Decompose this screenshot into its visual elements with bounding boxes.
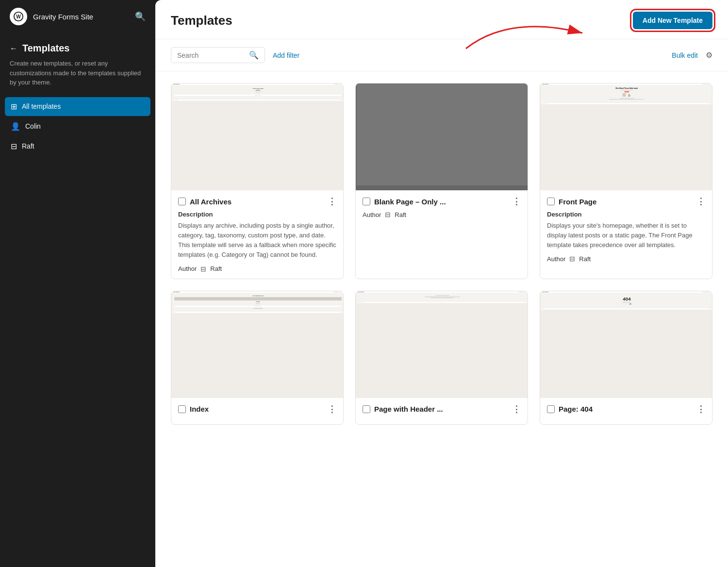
author-row-1: Author ⊟ Raft bbox=[363, 211, 521, 218]
sidebar-description: Create new templates, or reset any custo… bbox=[0, 59, 155, 97]
author-row-2: Author ⊟ Raft bbox=[547, 255, 705, 263]
add-filter-button[interactable]: Add filter bbox=[273, 51, 299, 59]
all-templates-label: All templates bbox=[22, 102, 61, 110]
template-card-front-page: GRAVITY FORMS SITE HomePatternsBlogConta… bbox=[540, 83, 712, 279]
svg-point-3 bbox=[629, 94, 630, 95]
templates-grid: GRAVITY FORMS SITE HomePatternsBlogConta… bbox=[155, 71, 728, 436]
sidebar-header: W Gravity Forms Site 🔍 bbox=[0, 0, 155, 33]
search-box[interactable]: 🔍 bbox=[171, 47, 265, 63]
author-label-2: Author bbox=[547, 255, 565, 263]
template-info-page-with-header: Page with Header ... ⋮ bbox=[356, 398, 528, 424]
sidebar-title: Templates bbox=[22, 43, 69, 54]
sidebar-item-all-templates[interactable]: ⊞ All templates bbox=[5, 97, 150, 116]
main-content: Templates Add New Template 🔍 Add filter … bbox=[155, 0, 728, 567]
template-more-blank-page[interactable]: ⋮ bbox=[512, 196, 521, 207]
template-info-all-archives: All Archives ⋮ Description Displays any … bbox=[171, 190, 343, 279]
wp-logo-icon[interactable]: W bbox=[10, 8, 27, 25]
template-desc-label-2: Description bbox=[547, 211, 705, 218]
template-card-blank-page: Blank Page – Only ... ⋮ Author ⊟ Raft bbox=[355, 83, 528, 279]
template-info-index: Index ⋮ bbox=[171, 398, 343, 424]
bulk-edit-button[interactable]: Bulk edit bbox=[672, 51, 698, 59]
author-row-0: Author ⊟ Raft bbox=[178, 265, 336, 273]
sidebar-item-raft[interactable]: ⊟ Raft bbox=[5, 137, 150, 156]
author-label-1: Author bbox=[363, 211, 381, 218]
search-input[interactable] bbox=[177, 51, 245, 59]
template-name-blank-page: Blank Page – Only ... bbox=[374, 198, 446, 206]
back-button[interactable]: ← bbox=[10, 44, 17, 53]
colin-icon: 👤 bbox=[11, 122, 20, 131]
raft-label: Raft bbox=[22, 142, 34, 150]
template-checkbox-front-page[interactable] bbox=[547, 198, 555, 205]
template-more-index[interactable]: ⋮ bbox=[328, 404, 336, 415]
template-info-blank-page: Blank Page – Only ... ⋮ Author ⊟ Raft bbox=[356, 190, 528, 224]
template-desc-2: Displays your site's homepage, whether i… bbox=[547, 221, 705, 250]
template-checkbox-page-404[interactable] bbox=[547, 405, 555, 413]
add-new-template-button[interactable]: Add New Template bbox=[633, 12, 712, 29]
page-title: Templates bbox=[171, 13, 232, 28]
template-desc-0: Displays any archive, including posts by… bbox=[178, 221, 336, 260]
raft-icon: ⊟ bbox=[11, 142, 17, 151]
all-templates-icon: ⊞ bbox=[11, 102, 17, 111]
author-icon-2: ⊟ bbox=[569, 255, 575, 263]
toolbar: 🔍 Add filter Bulk edit ⚙ bbox=[155, 39, 728, 71]
template-checkbox-all-archives[interactable] bbox=[178, 198, 186, 205]
template-preview-page-with-header[interactable]: GRAVITY FORMS SITE HomePatternsBlogConta… bbox=[356, 291, 528, 398]
svg-rect-5 bbox=[629, 95, 630, 96]
template-card-page-with-header: GRAVITY FORMS SITE HomePatternsBlogConta… bbox=[355, 291, 528, 425]
author-icon-0: ⊟ bbox=[200, 265, 206, 273]
template-checkbox-index[interactable] bbox=[178, 405, 186, 413]
template-name-front-page: Front Page bbox=[559, 198, 596, 206]
template-card-all-archives: GRAVITY FORMS SITE HomePatternsBlogConta… bbox=[171, 83, 344, 279]
template-card-page-404: GRAVITY FORMS SITE HomePatternsBlogConta… bbox=[540, 291, 712, 425]
sidebar: W Gravity Forms Site 🔍 ← Templates Creat… bbox=[0, 0, 155, 567]
template-preview-front-page[interactable]: GRAVITY FORMS SITE HomePatternsBlogConta… bbox=[540, 83, 712, 190]
colin-label: Colin bbox=[25, 122, 41, 130]
template-info-page-404: Page: 404 ⋮ bbox=[540, 398, 712, 424]
sidebar-item-colin[interactable]: 👤 Colin bbox=[5, 117, 150, 136]
template-name-page-404: Page: 404 bbox=[559, 405, 593, 413]
template-more-all-archives[interactable]: ⋮ bbox=[328, 196, 336, 207]
template-preview-page-404[interactable]: GRAVITY FORMS SITE HomePatternsBlogConta… bbox=[540, 291, 712, 398]
search-icon: 🔍 bbox=[249, 50, 259, 60]
template-more-front-page[interactable]: ⋮ bbox=[696, 196, 705, 207]
author-name-0: Raft bbox=[210, 265, 222, 272]
svg-text:W: W bbox=[16, 14, 21, 19]
sidebar-nav-header: ← Templates bbox=[0, 33, 155, 59]
author-label-0: Author bbox=[178, 265, 197, 272]
sidebar-menu: ⊞ All templates 👤 Colin ⊟ Raft bbox=[0, 97, 155, 157]
site-name: Gravity Forms Site bbox=[33, 13, 93, 21]
author-name-2: Raft bbox=[579, 255, 591, 263]
filter-icon[interactable]: ⚙ bbox=[706, 50, 712, 60]
author-icon-1: ⊟ bbox=[385, 211, 391, 218]
search-header-icon[interactable]: 🔍 bbox=[135, 11, 146, 22]
template-card-index: GRAVITY FORMS SITE HomePatternsBlogConta… bbox=[171, 291, 344, 425]
template-preview-blank-page[interactable] bbox=[356, 83, 528, 190]
template-preview-all-archives[interactable]: GRAVITY FORMS SITE HomePatternsBlogConta… bbox=[171, 83, 343, 190]
template-info-front-page: Front Page ⋮ Description Displays your s… bbox=[540, 190, 712, 268]
main-header: Templates Add New Template bbox=[155, 0, 728, 39]
template-more-page-404[interactable]: ⋮ bbox=[696, 404, 705, 415]
template-more-page-with-header[interactable]: ⋮ bbox=[512, 404, 521, 415]
template-checkbox-blank-page[interactable] bbox=[363, 198, 370, 205]
template-name-all-archives: All Archives bbox=[190, 198, 232, 206]
template-desc-label-0: Description bbox=[178, 211, 336, 218]
author-name-1: Raft bbox=[395, 211, 406, 218]
template-preview-index[interactable]: GRAVITY FORMS SITE HomePatternsBlogConta… bbox=[171, 291, 343, 398]
template-name-index: Index bbox=[190, 405, 209, 413]
template-name-page-with-header: Page with Header ... bbox=[374, 405, 443, 413]
template-checkbox-page-with-header[interactable] bbox=[363, 405, 370, 413]
